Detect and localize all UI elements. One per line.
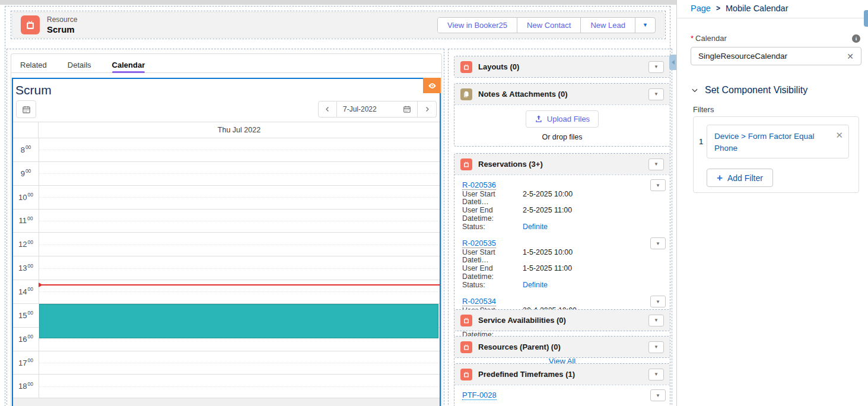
hour-label: 1000 bbox=[13, 186, 39, 209]
field-label: User End Datetime: bbox=[462, 207, 523, 222]
new-contact-button[interactable]: New Contact bbox=[517, 18, 580, 33]
calendar-time-grid[interactable]: 800 900 1000 1100 1200 1300 1400 1500 16… bbox=[13, 138, 440, 398]
list-actions-dropdown[interactable]: ▼ bbox=[648, 315, 664, 326]
calendar-view-button[interactable] bbox=[16, 100, 36, 118]
calendar-title: Scrum bbox=[15, 83, 52, 97]
calendar-icon bbox=[22, 105, 31, 114]
info-icon[interactable]: i bbox=[852, 34, 860, 43]
calendar-icon bbox=[403, 105, 411, 113]
reservation-row: R-020535 ▼ User Start Dateti…1-5-2025 10… bbox=[454, 233, 670, 291]
resource-record-icon bbox=[21, 15, 40, 34]
related-list-header: Predefined Timeframes (1) ▼ bbox=[454, 364, 670, 385]
hour-cell[interactable] bbox=[39, 375, 440, 398]
next-day-button[interactable] bbox=[418, 101, 437, 118]
related-list-predefined-timeframes[interactable]: Predefined Timeframes (1) ▼ PTF-0028 ▼ bbox=[454, 363, 670, 406]
eye-icon bbox=[428, 81, 437, 90]
reservation-event-block[interactable] bbox=[39, 304, 438, 338]
resource-icon bbox=[460, 158, 472, 170]
timeframe-row: PTF-0028 ▼ bbox=[454, 385, 670, 402]
hour-row: 1700 bbox=[13, 351, 440, 375]
tab-details[interactable]: Details bbox=[68, 61, 91, 72]
list-actions-dropdown[interactable]: ▼ bbox=[648, 341, 664, 353]
resource-icon bbox=[460, 315, 472, 326]
status-link[interactable]: Definite bbox=[523, 281, 548, 289]
reservation-link[interactable]: R-020534 bbox=[462, 297, 496, 306]
breadcrumb-current: Mobile Calendar bbox=[726, 4, 788, 13]
calendar-date-nav: 7-Jul-2022 bbox=[318, 101, 437, 118]
list-actions-dropdown[interactable]: ▼ bbox=[648, 88, 664, 100]
component-visibility-badge[interactable] bbox=[423, 78, 441, 93]
panel-scrollbar-thumb[interactable] bbox=[864, 10, 868, 27]
reservation-link[interactable]: R-020535 bbox=[462, 239, 496, 248]
calendar-footer-strip bbox=[13, 398, 440, 406]
upload-files-button[interactable]: Upload Files bbox=[526, 110, 599, 128]
tab-calendar[interactable]: Calendar bbox=[112, 61, 145, 72]
day-label: Thu Jul 2022 bbox=[39, 126, 440, 134]
field-label: User Start Dateti… bbox=[462, 191, 523, 206]
related-list-service-availabilities[interactable]: Service Availabilities (0) ▼ bbox=[454, 309, 670, 331]
previous-day-button[interactable] bbox=[318, 101, 337, 118]
chevron-down-icon bbox=[691, 86, 699, 94]
row-actions-dropdown[interactable]: ▼ bbox=[650, 179, 666, 191]
related-list-header: Resources (Parent) (0) ▼ bbox=[454, 337, 670, 357]
related-list-title: Predefined Timeframes (1) bbox=[478, 370, 575, 379]
new-lead-button[interactable]: New Lead bbox=[580, 18, 635, 33]
remove-filter-icon[interactable]: ✕ bbox=[835, 129, 843, 141]
time-gutter-spacer bbox=[13, 122, 39, 138]
status-link[interactable]: Definite bbox=[523, 223, 548, 231]
hour-cell[interactable] bbox=[39, 162, 440, 185]
hour-label: 1700 bbox=[13, 351, 39, 375]
related-list-title: Service Availabilities (0) bbox=[478, 316, 566, 325]
more-actions-dropdown[interactable]: ▼ bbox=[635, 18, 655, 33]
add-filter-label: Add Filter bbox=[727, 173, 763, 183]
highlights-panel-component[interactable]: Resource Scrum View in Booker25 New Cont… bbox=[11, 11, 666, 39]
resource-icon bbox=[460, 369, 472, 380]
reservation-row: R-020536 ▼ User Start Dateti…2-5-2025 10… bbox=[454, 175, 670, 233]
related-list-notes-attachments[interactable]: Notes & Attachments (0) ▼ Upload Files O… bbox=[454, 83, 670, 147]
hour-cell[interactable] bbox=[39, 138, 440, 161]
notes-attachments-body: Upload Files Or drop files bbox=[454, 104, 670, 146]
chevron-right-icon bbox=[424, 106, 431, 113]
mobile-calendar-component[interactable]: Scrum 7-Jul-2022 Thu Jul 2022 800 900 10… bbox=[12, 78, 441, 406]
hour-cell[interactable] bbox=[39, 233, 440, 256]
tab-related[interactable]: Related bbox=[20, 61, 47, 72]
add-filter-button[interactable]: + Add Filter bbox=[707, 169, 773, 187]
canvas-top-strip bbox=[0, 0, 676, 5]
breadcrumb-page-link[interactable]: Page bbox=[691, 4, 711, 13]
calendar-field-label: Calendar bbox=[695, 34, 727, 43]
clear-field-icon[interactable]: ✕ bbox=[847, 52, 854, 61]
resource-icon bbox=[460, 341, 472, 353]
record-name: Scrum bbox=[47, 24, 77, 34]
view-in-booker25-button[interactable]: View in Booker25 bbox=[438, 18, 517, 33]
hour-row: 1100 bbox=[13, 210, 440, 233]
list-actions-dropdown[interactable]: ▼ bbox=[648, 369, 664, 380]
row-actions-dropdown[interactable]: ▼ bbox=[650, 296, 666, 307]
hour-label: 900 bbox=[13, 162, 39, 185]
date-picker-field[interactable]: 7-Jul-2022 bbox=[337, 101, 418, 118]
section-title: Set Component Visibility bbox=[705, 85, 807, 96]
set-component-visibility-section[interactable]: Set Component Visibility bbox=[691, 85, 807, 96]
related-list-resources-parent[interactable]: Resources (Parent) (0) ▼ bbox=[454, 336, 670, 358]
hour-row: 900 bbox=[13, 162, 440, 186]
hour-cell[interactable] bbox=[39, 256, 440, 280]
related-list-title: Layouts (0) bbox=[478, 62, 519, 71]
hour-cell[interactable] bbox=[39, 186, 440, 209]
list-actions-dropdown[interactable]: ▼ bbox=[648, 158, 664, 170]
related-list-layouts[interactable]: Layouts (0) ▼ bbox=[454, 56, 670, 78]
calendar-field-input[interactable]: SingleResourceCalendar ✕ bbox=[691, 47, 861, 65]
filters-group: 1 Device > Form Factor Equal Phone ✕ + A… bbox=[693, 116, 859, 193]
entity-label: Resource bbox=[47, 15, 77, 24]
related-list-title: Resources (Parent) (0) bbox=[478, 342, 561, 351]
hour-cell[interactable] bbox=[39, 210, 440, 233]
list-actions-dropdown[interactable]: ▼ bbox=[648, 61, 664, 73]
row-actions-dropdown[interactable]: ▼ bbox=[650, 389, 666, 401]
app-builder-screen: Resource Scrum View in Booker25 New Cont… bbox=[0, 0, 868, 406]
reservation-link[interactable]: R-020536 bbox=[462, 180, 496, 190]
visibility-filter-chip[interactable]: Device > Form Factor Equal Phone ✕ bbox=[707, 125, 849, 158]
row-actions-dropdown[interactable]: ▼ bbox=[650, 237, 666, 249]
component-properties-panel: Page > Mobile Calendar * Calendar i Sing… bbox=[676, 0, 868, 406]
hour-cell[interactable] bbox=[39, 351, 440, 375]
chevron-left-icon bbox=[324, 106, 331, 113]
timeframe-link[interactable]: PTF-0028 bbox=[462, 391, 497, 400]
hour-cell[interactable] bbox=[39, 280, 440, 303]
